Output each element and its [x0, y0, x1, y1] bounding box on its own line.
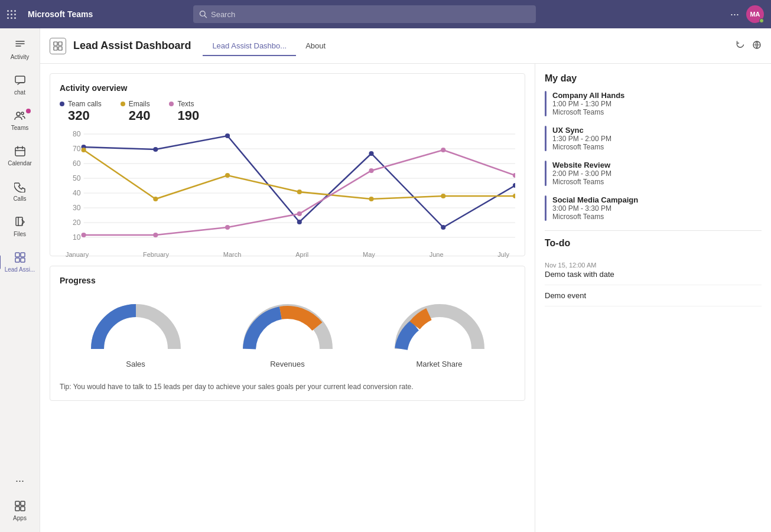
svg-point-38	[225, 133, 230, 138]
progress-card: Progress Sales	[50, 266, 525, 401]
svg-rect-11	[15, 501, 19, 505]
topbar-right: ··· MA	[730, 5, 764, 23]
svg-point-56	[513, 173, 515, 178]
svg-rect-12	[21, 501, 25, 505]
sidebar-more-icon[interactable]: ···	[11, 470, 29, 492]
svg-rect-17	[54, 47, 57, 50]
svg-point-47	[369, 197, 373, 201]
sidebar-item-chat[interactable]: chat	[4, 68, 37, 102]
todo-name-1: Demo event	[545, 291, 762, 300]
svg-point-55	[441, 148, 445, 152]
content-area: Lead Assist Dashboard Lead Assist Dashbo…	[40, 28, 771, 532]
event-bar-0	[545, 91, 546, 116]
apps-grid-icon[interactable]	[7, 10, 16, 19]
svg-point-3	[17, 112, 20, 116]
event-time-2: 2:00 PM - 3:00 PM	[552, 169, 611, 178]
app-header-actions	[736, 40, 762, 52]
event-platform-1: Microsoft Teams	[552, 143, 611, 151]
svg-rect-16	[58, 42, 62, 45]
sidebar: Activity chat Teams Calendar Calls	[0, 28, 40, 532]
sidebar-label-calls: Calls	[13, 195, 26, 202]
activity-overview-title: Activity overview	[60, 83, 515, 93]
sidebar-item-teams[interactable]: Teams	[4, 104, 37, 137]
refresh-icon[interactable]	[736, 40, 745, 52]
sidebar-item-calendar[interactable]: Calendar	[4, 139, 37, 172]
svg-line-1	[205, 15, 207, 17]
market-share-gauge-svg	[392, 302, 487, 355]
team-calls-value: 320	[68, 108, 90, 123]
svg-rect-18	[58, 47, 62, 50]
sidebar-label-teams: Teams	[11, 125, 28, 131]
svg-point-45	[225, 173, 230, 178]
globe-icon[interactable]	[752, 40, 762, 52]
todo-item-0: Nov 15, 12:00 AM Demo task with date	[545, 256, 762, 285]
svg-point-41	[441, 225, 445, 230]
svg-point-44	[153, 197, 158, 201]
avatar[interactable]: MA	[746, 5, 764, 23]
svg-point-53	[297, 211, 302, 216]
event-bar-1	[545, 126, 546, 151]
sidebar-item-lead-assist[interactable]: Lead Assi...	[4, 246, 37, 279]
svg-point-43	[82, 148, 86, 152]
legend-emails: Emails 240	[121, 100, 151, 123]
right-panel: My day Company All Hands 1:00 PM - 1:30 …	[535, 64, 771, 532]
activity-overview-card: Activity overview Team calls 320	[50, 73, 525, 256]
svg-text:20: 20	[73, 218, 81, 227]
app-header: Lead Assist Dashboard Lead Assist Dashbo…	[40, 28, 771, 64]
gauge-market-share: Market Share	[392, 302, 487, 368]
event-bar-3	[545, 195, 546, 221]
svg-point-4	[21, 112, 24, 115]
dashboard-body: Activity overview Team calls 320	[40, 64, 771, 532]
svg-rect-14	[21, 507, 25, 511]
main-layout: Activity chat Teams Calendar Calls	[0, 28, 771, 532]
todo-date-0: Nov 15, 12:00 AM	[545, 262, 762, 269]
page-title: Lead Assist Dashboard	[73, 40, 191, 52]
sidebar-label-lead-assist: Lead Assi...	[5, 266, 35, 273]
texts-dot	[169, 102, 174, 106]
app-title: Microsoft Teams	[28, 9, 93, 19]
sidebar-item-activity[interactable]: Activity	[4, 33, 37, 66]
svg-point-48	[441, 194, 445, 198]
svg-point-49	[513, 194, 515, 198]
svg-rect-7	[15, 253, 19, 257]
progress-tip: Tip: You would have to talk to 15 leads …	[60, 383, 515, 391]
emails-label: Emails	[129, 100, 150, 108]
sidebar-label-calendar: Calendar	[8, 160, 32, 167]
lead-assist-app-icon	[50, 38, 66, 54]
sidebar-label-apps: Apps	[13, 515, 27, 521]
svg-text:10: 10	[73, 233, 81, 241]
revenues-label: Revenues	[270, 360, 305, 368]
sidebar-label-activity: Activity	[11, 54, 30, 60]
team-calls-dot	[60, 102, 64, 106]
chat-icon	[14, 74, 26, 88]
svg-text:40: 40	[73, 189, 81, 197]
gauge-revenues: Revenues	[240, 302, 335, 368]
search-bar[interactable]	[193, 5, 536, 23]
teams-icon	[14, 110, 26, 123]
tab-about[interactable]: About	[296, 37, 335, 56]
todo-name-0: Demo task with date	[545, 270, 762, 279]
svg-text:70: 70	[73, 145, 81, 153]
event-name-0: Company All Hands	[552, 91, 624, 100]
event-item-1: UX Sync 1:30 PM - 2:00 PM Microsoft Team…	[545, 126, 762, 151]
more-options-icon[interactable]: ···	[730, 8, 739, 21]
svg-rect-15	[54, 42, 57, 45]
svg-rect-13	[15, 507, 19, 511]
event-name-3: Social Media Campaign	[552, 195, 638, 204]
sidebar-item-files[interactable]: Files	[4, 210, 37, 243]
svg-point-40	[369, 151, 373, 156]
event-bar-2	[545, 161, 546, 186]
svg-text:30: 30	[73, 204, 81, 212]
svg-point-50	[82, 233, 86, 237]
search-input[interactable]	[211, 10, 530, 19]
presence-badge	[759, 18, 764, 23]
team-calls-label: Team calls	[68, 100, 102, 108]
tab-lead-assist-dashboard[interactable]: Lead Assist Dashbo...	[203, 37, 296, 56]
legend-texts: Texts 190	[169, 100, 199, 123]
calls-icon	[14, 181, 26, 194]
sidebar-item-apps[interactable]: Apps	[4, 494, 37, 527]
sidebar-item-calls[interactable]: Calls	[4, 175, 37, 208]
sales-gauge-svg	[89, 302, 183, 355]
chart-legend: Team calls 320 Emails 240	[60, 100, 515, 123]
todo-title: To-do	[545, 238, 762, 249]
